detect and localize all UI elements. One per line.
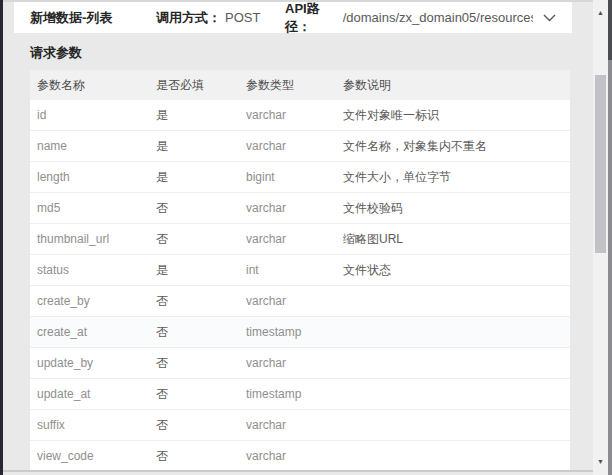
param-type-cell: varchar <box>246 232 343 246</box>
param-required-cell: 否 <box>156 231 246 248</box>
path-value: /domains/zx_domain05/resources/s... <box>343 10 533 25</box>
table-row[interactable]: suffix 否 varchar <box>30 410 570 441</box>
param-type-cell: varchar <box>246 356 343 370</box>
scroll-up-button[interactable]: ▲ <box>593 4 608 20</box>
param-required-cell: 是 <box>156 169 246 186</box>
param-required-cell: 否 <box>156 448 246 465</box>
param-required-cell: 否 <box>156 293 246 310</box>
col-header-description: 参数说明 <box>343 77 570 94</box>
table-row[interactable]: update_at 否 timestamp <box>30 379 570 410</box>
param-required-cell: 否 <box>156 417 246 434</box>
param-desc-cell: 文件大小，单位字节 <box>343 169 570 186</box>
param-type-cell: bigint <box>246 170 343 184</box>
table-row[interactable]: update_by 否 varchar <box>30 348 570 379</box>
api-title: 新增数据-列表 <box>30 9 156 27</box>
api-path: API路径： /domains/zx_domain05/resources/s.… <box>285 0 533 36</box>
table-body: id 是 varchar 文件对象唯一标识 name 是 varchar 文件名… <box>30 100 570 472</box>
param-required-cell: 是 <box>156 107 246 124</box>
table-row[interactable]: name 是 varchar 文件名称，对象集内不重名 <box>30 131 570 162</box>
param-type-cell: timestamp <box>246 325 343 339</box>
table-row[interactable]: length 是 bigint 文件大小，单位字节 <box>30 162 570 193</box>
api-header-bar[interactable]: 新增数据-列表 调用方式： POST API路径： /domains/zx_do… <box>14 2 572 33</box>
table-row[interactable]: thumbnail_url 否 varchar 缩略图URL <box>30 224 570 255</box>
window-right-edge <box>608 0 612 475</box>
param-type-cell: varchar <box>246 139 343 153</box>
param-desc-cell: 文件名称，对象集内不重名 <box>343 138 570 155</box>
param-name-cell: create_at <box>30 325 156 339</box>
call-method: 调用方式： POST <box>156 9 285 27</box>
method-value: POST <box>225 10 260 25</box>
param-name-cell: status <box>30 263 156 277</box>
param-name-cell: create_by <box>30 294 156 308</box>
param-type-cell: varchar <box>246 108 343 122</box>
param-name-cell: thumbnail_url <box>30 232 156 246</box>
scrollbar-thumb[interactable] <box>595 75 606 253</box>
param-desc-cell: 缩略图URL <box>343 231 570 248</box>
param-type-cell: timestamp <box>246 387 343 401</box>
params-table: 参数名称 是否必填 参数类型 参数说明 id 是 varchar 文件对象唯一标… <box>30 70 570 472</box>
param-name-cell: id <box>30 108 156 122</box>
col-header-required: 是否必填 <box>156 77 246 94</box>
table-row[interactable]: status 是 int 文件状态 <box>30 255 570 286</box>
param-required-cell: 否 <box>156 355 246 372</box>
param-required-cell: 是 <box>156 138 246 155</box>
param-name-cell: md5 <box>30 201 156 215</box>
param-type-cell: varchar <box>246 449 343 463</box>
param-required-cell: 否 <box>156 386 246 403</box>
col-header-param-name: 参数名称 <box>30 77 156 94</box>
vertical-scrollbar[interactable]: ▲ ▼ <box>593 0 608 475</box>
method-label: 调用方式： <box>156 9 221 27</box>
path-label: API路径： <box>285 0 339 36</box>
param-name-cell: view_code <box>30 449 156 463</box>
param-name-cell: suffix <box>30 418 156 432</box>
api-detail-panel: 新增数据-列表 调用方式： POST API路径： /domains/zx_do… <box>0 0 612 475</box>
param-type-cell: int <box>246 263 343 277</box>
table-header-row: 参数名称 是否必填 参数类型 参数说明 <box>30 70 570 100</box>
scroll-down-button[interactable]: ▼ <box>593 453 608 469</box>
table-row[interactable]: id 是 varchar 文件对象唯一标识 <box>30 100 570 131</box>
param-desc-cell: 文件校验码 <box>343 200 570 217</box>
param-required-cell: 否 <box>156 200 246 217</box>
table-row[interactable]: create_by 否 varchar <box>30 286 570 317</box>
param-desc-cell: 文件对象唯一标识 <box>343 107 570 124</box>
param-name-cell: name <box>30 139 156 153</box>
param-type-cell: varchar <box>246 418 343 432</box>
param-required-cell: 是 <box>156 262 246 279</box>
section-title: 请求参数 <box>30 44 82 62</box>
param-desc-cell: 文件状态 <box>343 262 570 279</box>
param-required-cell: 否 <box>156 324 246 341</box>
chevron-down-icon[interactable] <box>543 14 556 22</box>
table-row[interactable]: create_at 否 timestamp <box>30 317 570 348</box>
param-name-cell: length <box>30 170 156 184</box>
param-type-cell: varchar <box>246 294 343 308</box>
window-bottom-edge <box>3 470 593 472</box>
table-row[interactable]: view_code 否 varchar <box>30 441 570 472</box>
col-header-type: 参数类型 <box>246 77 343 94</box>
window-left-edge <box>0 0 3 475</box>
param-name-cell: update_at <box>30 387 156 401</box>
param-name-cell: update_by <box>30 356 156 370</box>
table-row[interactable]: md5 否 varchar 文件校验码 <box>30 193 570 224</box>
param-type-cell: varchar <box>246 201 343 215</box>
